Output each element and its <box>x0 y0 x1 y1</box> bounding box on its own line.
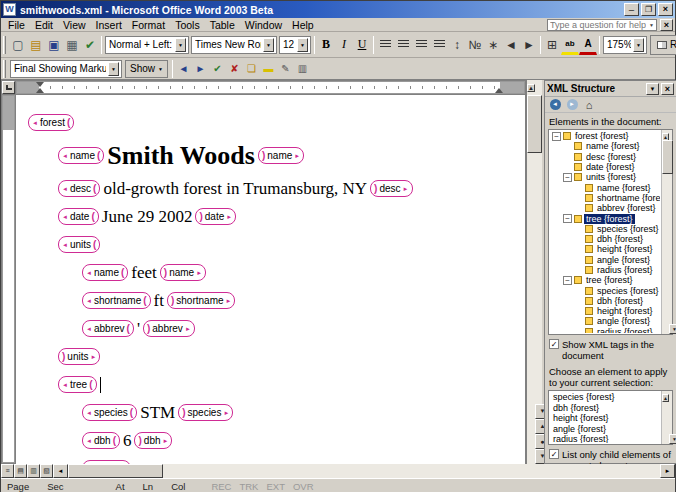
xml-tree-item[interactable]: dbh {forest} <box>550 234 660 244</box>
spelling-icon[interactable]: ✔ <box>81 35 99 55</box>
hanging-indent-marker[interactable] <box>36 88 44 93</box>
xml-tree-item[interactable]: name {forest} <box>550 141 660 151</box>
menu-tools[interactable]: Tools <box>170 19 205 31</box>
vertical-scrollbar-thumb[interactable] <box>527 95 542 153</box>
menu-window[interactable]: Window <box>240 19 287 31</box>
menu-insert[interactable]: Insert <box>91 19 127 31</box>
chevron-down-icon[interactable] <box>263 38 274 52</box>
web-layout-view-icon[interactable]: ▤ <box>14 464 27 478</box>
increase-indent-icon[interactable]: ► <box>520 35 538 55</box>
xml-end-tag-desc[interactable]: desc <box>370 180 412 197</box>
scroll-down-icon[interactable] <box>669 434 676 444</box>
zoom-combo[interactable]: 175% <box>603 36 647 54</box>
maximize-button[interactable] <box>641 3 656 16</box>
menu-file[interactable]: File <box>3 19 30 31</box>
apply-list-scrollbar[interactable] <box>661 391 672 444</box>
tree-scrollbar[interactable] <box>661 130 672 334</box>
xml-end-tag-species[interactable]: species <box>178 404 233 421</box>
xml-start-tag-name[interactable]: name <box>82 264 128 281</box>
display-for-review-combo[interactable]: Final Showing Markup <box>10 60 122 78</box>
open-folder-icon[interactable]: ▤ <box>27 35 45 55</box>
horizontal-scrollbar[interactable]: ≡▤▥▧ <box>1 464 675 478</box>
bullets-icon[interactable]: ∗ <box>484 35 502 55</box>
horizontal-ruler[interactable] <box>16 81 525 94</box>
xml-tree-item[interactable]: name {forest} <box>550 182 660 192</box>
font-combo[interactable]: Times New Roman <box>191 36 277 54</box>
show-xml-tags-checkbox[interactable]: Show XML tags in the document <box>545 335 676 361</box>
horizontal-scrollbar-track[interactable] <box>163 464 660 478</box>
italic-button[interactable]: I <box>335 35 353 55</box>
scroll-right-icon[interactable] <box>660 464 675 478</box>
xml-tree-item[interactable]: height {forest} <box>550 244 660 254</box>
align-right-icon[interactable] <box>412 35 430 55</box>
new-document-icon[interactable]: ▢ <box>9 35 27 55</box>
menu-help[interactable]: Help <box>287 19 319 31</box>
underline-button[interactable]: U <box>353 35 371 55</box>
xml-tree-item[interactable]: species {forest} <box>550 224 660 234</box>
xml-tree-item[interactable]: angle {forest} <box>550 316 660 326</box>
menu-format[interactable]: Format <box>127 19 170 31</box>
toolbar-grip[interactable] <box>3 60 6 78</box>
read-button[interactable]: Read <box>650 35 676 55</box>
apply-list-item[interactable]: radius {forest} <box>550 434 660 443</box>
scroll-left-icon[interactable] <box>53 464 68 478</box>
previous-change-icon[interactable]: ◄ <box>175 60 192 78</box>
apply-list-item[interactable]: species {forest} <box>550 392 660 403</box>
task-pane-close-icon[interactable] <box>661 83 674 95</box>
chevron-down-icon[interactable] <box>297 38 308 52</box>
back-icon[interactable] <box>548 98 562 111</box>
apply-list-item[interactable]: angle {forest} <box>550 424 660 435</box>
tab-selector-button[interactable] <box>2 81 15 94</box>
xml-tree-item[interactable]: shortname {forest} <box>550 193 660 203</box>
decrease-indent-icon[interactable]: ◄ <box>502 35 520 55</box>
expand-minus-icon[interactable] <box>563 276 572 285</box>
document-close-icon[interactable] <box>660 19 673 31</box>
tree-scrollbar-thumb[interactable] <box>662 140 673 174</box>
title-bar[interactable]: W smithwoods.xml - Microsoft Office Word… <box>1 1 675 18</box>
horizontal-scrollbar-thumb[interactable] <box>68 464 163 478</box>
home-icon[interactable] <box>582 98 596 111</box>
xml-start-tag-desc[interactable]: desc <box>58 180 100 197</box>
align-center-icon[interactable] <box>394 35 412 55</box>
menu-edit[interactable]: Edit <box>30 19 58 31</box>
outline-view-icon[interactable]: ▧ <box>40 464 53 478</box>
document-vertical-scrollbar[interactable] <box>527 80 542 464</box>
xml-tree-item[interactable]: desc {forest} <box>550 152 660 162</box>
xml-start-tag-date[interactable]: date <box>58 208 99 225</box>
accept-change-icon[interactable]: ✔ <box>209 60 226 78</box>
borders-icon[interactable]: ⊞ <box>543 35 561 55</box>
line-spacing-icon[interactable]: ↕ <box>448 35 466 55</box>
track-changes-icon[interactable]: ✎ <box>277 60 294 78</box>
bold-button[interactable]: B <box>317 35 335 55</box>
xml-start-tag-dbh[interactable]: dbh <box>82 432 120 449</box>
xml-start-tag-tree[interactable]: tree <box>58 376 97 393</box>
xml-end-tag-dbh[interactable]: dbh <box>134 432 172 449</box>
next-change-icon[interactable]: ► <box>192 60 209 78</box>
close-button[interactable] <box>658 3 673 16</box>
menu-view[interactable]: View <box>58 19 91 31</box>
print-icon[interactable]: ▦ <box>63 35 81 55</box>
expand-minus-icon[interactable] <box>552 132 561 141</box>
xml-tree-item[interactable]: angle {forest} <box>550 255 660 265</box>
xml-tree-item[interactable]: forest {forest} <box>550 131 660 141</box>
xml-tree-item[interactable]: abbrev {forest} <box>550 203 660 213</box>
menu-table[interactable]: Table <box>205 19 240 31</box>
xml-start-tag-species[interactable]: species <box>82 404 137 421</box>
reviewing-pane-icon[interactable]: ▥ <box>294 60 311 78</box>
scroll-up-icon[interactable] <box>527 84 535 92</box>
toolbar-grip[interactable] <box>3 36 6 54</box>
first-line-indent-marker[interactable] <box>36 82 44 87</box>
save-icon[interactable]: ▣ <box>45 35 63 55</box>
xml-end-tag-abbrev[interactable]: abbrev <box>143 320 195 337</box>
question-help-input[interactable]: Type a question for help <box>547 19 657 31</box>
style-combo[interactable]: Normal + Left: <box>105 36 189 54</box>
xml-end-tag-name[interactable]: name <box>160 264 206 281</box>
chevron-down-icon[interactable] <box>108 62 119 76</box>
show-menu-button[interactable]: Show <box>125 60 168 78</box>
print-layout-view-icon[interactable]: ▥ <box>27 464 40 478</box>
xml-end-tag-name[interactable]: name <box>258 147 304 164</box>
forward-icon[interactable] <box>565 98 579 111</box>
xml-start-tag-name[interactable]: name <box>58 147 104 164</box>
xml-tree-item[interactable]: dbh {forest} <box>550 296 660 306</box>
minimize-button[interactable] <box>624 3 639 16</box>
